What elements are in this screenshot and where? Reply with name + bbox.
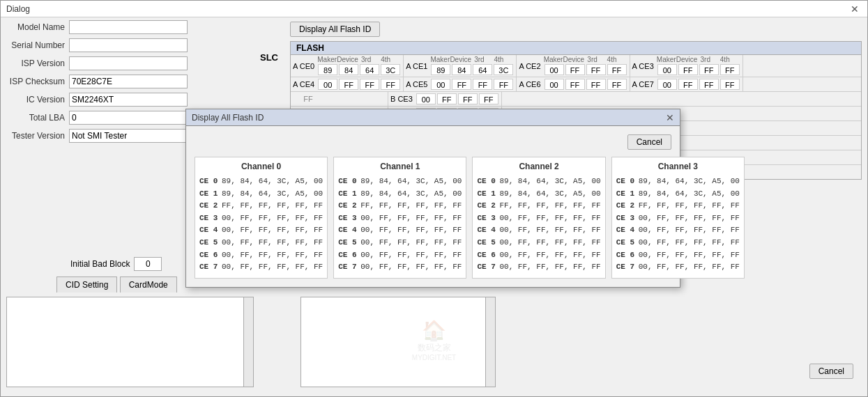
isp-checksum-label: ISP Checksum [6, 77, 69, 86]
channel-row-val-1-5: 00, FF, FF, FF, FF, FF [360, 237, 462, 249]
model-name-label: Model Name [6, 22, 69, 32]
channel-row-val-2-4: 00, FF, FF, FF, FF, FF [499, 224, 600, 237]
channel-title-0: Channel 0 [199, 162, 323, 171]
channel-row-label-2-5: CE 5 [477, 237, 499, 249]
channel-row-1-2: CE 2 FF, FF, FF, FF, FF, FF [338, 200, 462, 212]
channel-row-val-3-1: 89, 84, 64, 3C, A5, 00 [639, 188, 740, 201]
channel-row-label-0-1: CE 1 [199, 188, 222, 201]
channel-row-val-3-7: 00, FF, FF, FF, FF, FF [639, 261, 740, 274]
ce7-label: A CE7 [632, 80, 654, 88]
ce1-device: 84 [452, 64, 471, 75]
isp-checksum-input[interactable] [69, 75, 188, 88]
channel-row-2-2: CE 2 FF, FF, FF, FF, FF, FF [477, 200, 600, 212]
channel-row-2-6: CE 6 00, FF, FF, FF, FF, FF [477, 249, 600, 262]
ce2-maker: 00 [545, 64, 564, 75]
channel-row-val-0-2: FF, FF, FF, FF, FF, FF [222, 200, 323, 212]
ce0-4th: 3C [381, 64, 400, 75]
scrollbar-left[interactable] [243, 297, 253, 387]
ce0-3rd: 64 [360, 64, 379, 75]
dialog-title: Dialog [6, 4, 30, 14]
channel-row-val-2-1: 89, 84, 64, 3C, A5, 00 [499, 188, 600, 201]
flash-title: FLASH [290, 41, 862, 55]
ic-version-input[interactable] [69, 93, 188, 107]
channel-row-label-0-6: CE 6 [199, 249, 222, 262]
channel-row-2-1: CE 1 89, 84, 64, 3C, A5, 00 [477, 188, 600, 201]
channel-row-0-0: CE 0 89, 84, 64, 3C, A5, 00 [199, 176, 323, 188]
channel-row-label-2-1: CE 1 [477, 188, 499, 201]
tab-cardmode[interactable]: CardMode [120, 277, 177, 293]
isp-version-input[interactable] [69, 56, 188, 70]
ce5-maker: 00 [431, 79, 450, 90]
channel-row-0-5: CE 5 00, FF, FF, FF, FF, FF [199, 237, 323, 249]
channel-row-label-3-3: CE 3 [616, 212, 639, 225]
initial-bad-block-label: Initial Bad Block [70, 259, 130, 269]
channel-row-val-3-6: 00, FF, FF, FF, FF, FF [639, 249, 740, 262]
left-panel: Model Name Serial Number ISP Version ISP… [6, 20, 188, 147]
channel-row-label-1-2: CE 2 [338, 200, 360, 212]
ce1-4th: 3C [494, 64, 513, 75]
ce6-4th: FF [607, 79, 627, 90]
model-name-row: Model Name [6, 20, 188, 34]
channel-row-label-2-3: CE 3 [477, 212, 499, 225]
channel-row-1-5: CE 5 00, FF, FF, FF, FF, FF [338, 237, 462, 249]
display-all-flash-button[interactable]: Display All Flash ID [290, 22, 380, 37]
model-name-input[interactable] [69, 20, 188, 34]
overlay-buttons: Cancel [195, 134, 671, 150]
channel-row-label-1-5: CE 5 [338, 237, 360, 249]
bce3-device: FF [437, 93, 457, 104]
scrollbar-right[interactable] [485, 297, 495, 387]
tester-version-input[interactable] [69, 129, 188, 143]
channel-rows-0: CE 0 89, 84, 64, 3C, A5, 00CE 1 89, 84, … [199, 176, 323, 274]
channel-row-1-7: CE 7 00, FF, FF, FF, FF, FF [338, 261, 462, 274]
channel-row-val-1-3: 00, FF, FF, FF, FF, FF [360, 212, 462, 225]
ce7-3rd: FF [699, 79, 719, 90]
ce0-device: 84 [339, 64, 358, 75]
channel-row-1-1: CE 1 89, 84, 64, 3C, A5, 00 [338, 188, 462, 201]
close-icon[interactable]: ✕ [848, 3, 862, 15]
channel-row-label-3-2: CE 2 [616, 200, 639, 212]
isp-version-label: ISP Version [6, 59, 69, 68]
ce1-maker: 89 [431, 64, 450, 75]
initial-bad-block-input[interactable] [134, 257, 162, 271]
total-lba-input[interactable] [69, 111, 188, 125]
channel-row-val-2-3: 00, FF, FF, FF, FF, FF [499, 212, 600, 225]
channel-row-2-7: CE 7 00, FF, FF, FF, FF, FF [477, 261, 600, 274]
scroll-area-left [6, 297, 254, 387]
channel-row-val-3-0: 89, 84, 64, 3C, A5, 00 [639, 176, 740, 188]
channel-col-1: Channel 1CE 0 89, 84, 64, 3C, A5, 00CE 1… [333, 157, 466, 279]
channel-row-val-1-2: FF, FF, FF, FF, FF, FF [360, 200, 462, 212]
channel-row-val-2-0: 89, 84, 64, 3C, A5, 00 [499, 176, 600, 188]
channel-row-val-2-2: FF, FF, FF, FF, FF, FF [499, 200, 600, 212]
tab-cid-setting[interactable]: CID Setting [56, 277, 117, 293]
channel-grid: Channel 0CE 0 89, 84, 64, 3C, A5, 00CE 1… [195, 157, 671, 279]
channel-rows-2: CE 0 89, 84, 64, 3C, A5, 00CE 1 89, 84, … [477, 176, 600, 274]
channel-row-3-6: CE 6 00, FF, FF, FF, FF, FF [616, 249, 740, 262]
ce6-label: A CE6 [519, 80, 540, 88]
channel-row-label-0-4: CE 4 [199, 224, 222, 237]
channel-row-3-2: CE 2 FF, FF, FF, FF, FF, FF [616, 200, 740, 212]
channel-row-label-0-3: CE 3 [199, 212, 222, 225]
channel-row-val-2-7: 00, FF, FF, FF, FF, FF [499, 261, 600, 274]
channel-row-val-1-7: 00, FF, FF, FF, FF, FF [360, 261, 462, 274]
cancel-button-main[interactable]: Cancel [809, 364, 853, 379]
isp-checksum-row: ISP Checksum [6, 75, 188, 88]
channel-row-3-4: CE 4 00, FF, FF, FF, FF, FF [616, 224, 740, 237]
channel-row-label-1-3: CE 3 [338, 212, 360, 225]
bce3-label: B CE3 [390, 95, 413, 103]
ce4-4th: FF [381, 79, 400, 90]
channel-row-label-3-6: CE 6 [616, 249, 639, 262]
channel-row-val-0-3: 00, FF, FF, FF, FF, FF [222, 212, 323, 225]
ce1-3rd: 64 [473, 64, 492, 75]
overlay-cancel-button[interactable]: Cancel [627, 134, 671, 150]
channel-row-val-1-6: 00, FF, FF, FF, FF, FF [360, 249, 462, 262]
channel-row-1-3: CE 3 00, FF, FF, FF, FF, FF [338, 212, 462, 225]
ce3-header-label: A CE3 [632, 62, 654, 70]
channel-title-1: Channel 1 [338, 162, 462, 171]
total-lba-row: Total LBA [6, 111, 188, 125]
channel-row-val-0-5: 00, FF, FF, FF, FF, FF [222, 237, 323, 249]
serial-number-label: Serial Number [6, 40, 69, 50]
ic-version-label: IC Version [6, 95, 69, 104]
channel-row-label-3-1: CE 1 [616, 188, 639, 201]
overlay-close-icon[interactable]: ✕ [666, 112, 674, 123]
serial-number-input[interactable] [69, 38, 188, 52]
